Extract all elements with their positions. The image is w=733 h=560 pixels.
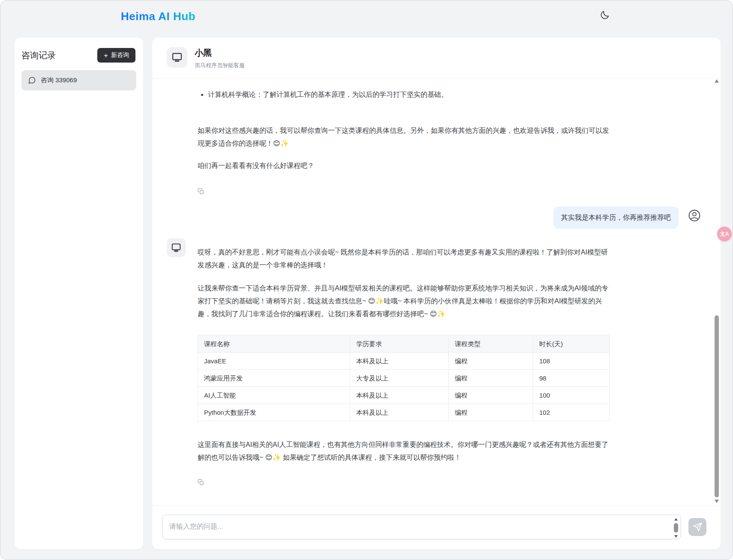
table-cell: 鸿蒙应用开发 — [198, 370, 350, 387]
table-row: JavaEE本科及以上编程108 — [198, 353, 610, 370]
table-header-row: 课程名称学历要求课程类型时长(天) — [198, 335, 610, 353]
table-cell: 编程 — [449, 370, 533, 387]
table-cell: 108 — [533, 353, 610, 370]
user-avatar-icon — [688, 209, 701, 222]
bot-message-row: 哎呀，真的不好意思，刚才可能有点小误会呢~ 既然你是本科学历的话，那咱们可以考虑… — [167, 238, 701, 485]
plus-icon: + — [104, 52, 108, 59]
message-paragraph: 咱们再一起看看有没有什么好课程吧？ — [198, 159, 611, 172]
table-row: 鸿蒙应用开发大专及以上编程98 — [198, 370, 610, 387]
table-header-cell: 课程类型 — [449, 335, 533, 353]
copy-icon — [198, 188, 204, 195]
table-cell: 98 — [533, 370, 610, 387]
copy-icon — [198, 479, 204, 485]
table-cell: 编程 — [449, 353, 533, 370]
user-message-row: 其实我是本科学历，你再推荐推荐吧 — [167, 207, 701, 229]
textarea-scrollbar[interactable] — [673, 518, 679, 538]
table-body: JavaEE本科及以上编程108鸿蒙应用开发大专及以上编程98AI人工智能本科及… — [198, 353, 610, 421]
scroll-up-arrow-icon[interactable] — [674, 518, 678, 521]
paper-plane-icon — [693, 522, 702, 532]
scroll-down-arrow-icon[interactable] — [674, 535, 678, 538]
bullet-list: 计算机科学概论：了解计算机工作的基本原理，为以后的学习打下坚实的基础。 — [198, 88, 611, 101]
table-cell: Python大数据开发 — [198, 404, 350, 421]
table-row: AI人工智能本科及以上编程100 — [198, 387, 610, 404]
chat-panel: 小黑 黑马程序员智能客服 计算机科学概论：了解计算机工作的基本原理，为以后的学习… — [152, 38, 721, 549]
table-cell: JavaEE — [198, 353, 350, 370]
message-paragraph: 让我来帮你查一下适合本科学历背景、并且与AI模型研发相关的课程吧。这样能够帮助你… — [198, 282, 611, 320]
table-cell: 本科及以上 — [350, 353, 449, 370]
table-cell: 编程 — [449, 387, 533, 404]
table-header-cell: 时长(天) — [533, 335, 610, 353]
monitor-icon — [171, 242, 182, 253]
sidebar-title: 咨询记录 — [21, 50, 56, 61]
scroll-up-arrow-icon[interactable] — [715, 79, 719, 83]
table-cell: 100 — [533, 387, 610, 404]
message-paragraph: 这里面有直接与AI相关的AI人工智能课程，也有其他方向但同样非常重要的编程技术。… — [198, 438, 611, 464]
bot-message: 哎呀，真的不好意思，刚才可能有点小误会呢~ 既然你是本科学历的话，那咱们可以考虑… — [198, 238, 611, 485]
table-cell: 102 — [533, 404, 610, 421]
message-actions — [198, 188, 611, 195]
bot-message: 计算机科学概论：了解计算机工作的基本原理，为以后的学习打下坚实的基础。 如果你对… — [198, 88, 611, 195]
bullet-item: 计算机科学概论：了解计算机工作的基本原理，为以后的学习打下坚实的基础。 — [208, 88, 611, 101]
table-row: Python大数据开发本科及以上编程102 — [198, 404, 610, 421]
message-paragraph: 哎呀，真的不好意思，刚才可能有点小误会呢~ 既然你是本科学历的话，那咱们可以考虑… — [198, 246, 611, 272]
chat-header: 小黑 黑马程序员智能客服 — [152, 38, 721, 79]
bot-avatar — [167, 238, 186, 257]
bot-subtitle: 黑马程序员智能客服 — [195, 62, 245, 69]
chat-scrollbar[interactable] — [715, 79, 719, 503]
message-paragraph: 如果你对这些感兴趣的话，我可以帮你查询一下这类课程的具体信息。另外，如果你有其他… — [198, 124, 611, 150]
course-table: 课程名称学历要求课程类型时长(天) JavaEE本科及以上编程108鸿蒙应用开发… — [198, 335, 610, 421]
translate-widget-label: 文A — [720, 231, 729, 238]
sidebar-header: 咨询记录 + 新咨询 — [15, 38, 143, 70]
monitor-icon — [171, 51, 183, 63]
translate-widget-button[interactable]: 文A — [717, 227, 732, 241]
messages-area[interactable]: 计算机科学概论：了解计算机工作的基本原理，为以后的学习打下坚实的基础。 如果你对… — [152, 79, 721, 505]
copy-button[interactable] — [198, 479, 204, 485]
app-window: Heima AI Hub 咨询记录 + 新咨询 咨询 339069 — [0, 0, 733, 560]
sidebar-item-label: 咨询 339069 — [41, 76, 77, 84]
table-cell: 本科及以上 — [350, 387, 449, 404]
brand-title: Heima AI Hub — [121, 10, 195, 23]
message-actions — [198, 479, 611, 485]
user-message-bubble: 其实我是本科学历，你再推荐推荐吧 — [553, 207, 679, 229]
table-header-cell: 学历要求 — [350, 335, 449, 353]
table-cell: 大专及以上 — [350, 370, 449, 387]
chat-bubble-icon — [28, 76, 36, 84]
moon-icon — [600, 10, 610, 20]
scrollbar-thumb[interactable] — [674, 523, 678, 533]
top-bar: Heima AI Hub — [0, 0, 733, 34]
input-wrap — [162, 515, 681, 541]
question-input[interactable] — [162, 515, 681, 539]
new-consult-label: 新咨询 — [111, 51, 129, 59]
table-cell: AI人工智能 — [198, 387, 350, 404]
theme-toggle-button[interactable] — [599, 9, 611, 21]
new-consult-button[interactable]: + 新咨询 — [97, 48, 135, 63]
table-header-cell: 课程名称 — [198, 335, 350, 353]
table-cell: 本科及以上 — [350, 404, 449, 421]
scroll-down-arrow-icon[interactable] — [715, 500, 719, 503]
sidebar: 咨询记录 + 新咨询 咨询 339069 — [15, 38, 143, 549]
send-button[interactable] — [688, 518, 706, 536]
copy-button[interactable] — [198, 188, 204, 195]
bot-avatar — [167, 47, 187, 68]
table-cell: 编程 — [449, 404, 533, 421]
composer — [152, 505, 721, 549]
bot-name: 小黑 — [195, 47, 212, 59]
scrollbar-thumb[interactable] — [715, 315, 719, 497]
sidebar-item-consult[interactable]: 咨询 339069 — [21, 70, 136, 90]
